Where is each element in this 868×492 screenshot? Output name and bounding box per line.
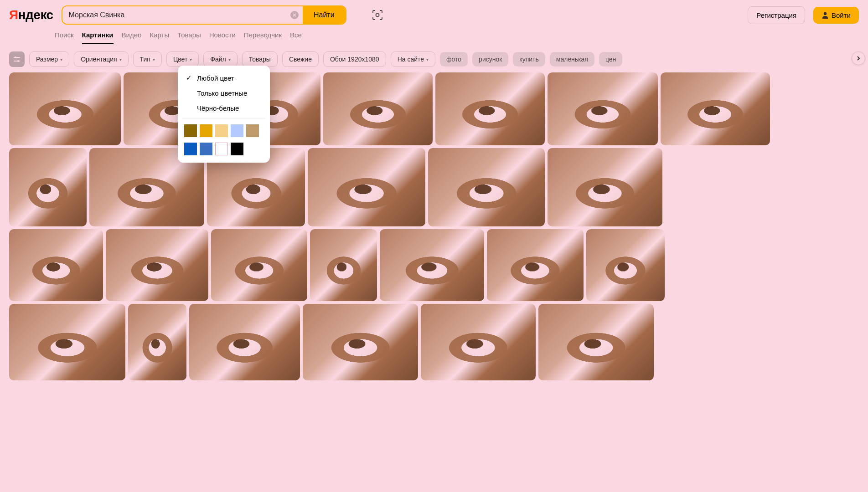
- filter-5[interactable]: Товары: [242, 51, 278, 67]
- chevron-down-icon: ▾: [426, 57, 429, 62]
- filter-2[interactable]: Тип▾: [133, 51, 162, 67]
- color-swatch[interactable]: [184, 124, 197, 137]
- color-swatch[interactable]: [215, 124, 228, 137]
- image-result[interactable]: [9, 229, 103, 301]
- tab-3[interactable]: Карты: [150, 31, 169, 44]
- image-result[interactable]: [548, 148, 662, 226]
- color-swatch[interactable]: [246, 124, 259, 137]
- divider: [182, 118, 265, 119]
- image-search-button[interactable]: [368, 6, 387, 24]
- chevron-down-icon: ▾: [228, 57, 231, 62]
- image-result[interactable]: [310, 229, 377, 301]
- filter-0[interactable]: Размер▾: [29, 51, 69, 67]
- image-result[interactable]: [661, 72, 770, 145]
- tab-7[interactable]: Все: [290, 31, 302, 44]
- chevron-down-icon: ▾: [119, 57, 122, 62]
- search-input[interactable]: [62, 6, 286, 24]
- logo-rest: ндекс: [18, 8, 53, 22]
- image-results-gallery: [0, 72, 868, 380]
- image-result[interactable]: [548, 72, 658, 145]
- image-result[interactable]: [421, 304, 536, 380]
- image-result[interactable]: [308, 148, 425, 226]
- svg-point-4: [15, 56, 16, 58]
- color-swatch[interactable]: [215, 143, 228, 155]
- color-filter-popup: ✓Любой цветТолько цветныеЧёрно-белые: [178, 66, 270, 163]
- tab-5[interactable]: Новости: [209, 31, 236, 44]
- color-swatch[interactable]: [200, 143, 212, 155]
- color-option-1[interactable]: Только цветные: [178, 86, 270, 101]
- chevron-down-icon: ▾: [153, 57, 155, 62]
- svg-point-2: [824, 12, 827, 15]
- color-option-0[interactable]: ✓Любой цвет: [178, 70, 270, 86]
- image-result[interactable]: [106, 229, 208, 301]
- color-option-label: Любой цвет: [197, 74, 234, 82]
- image-result[interactable]: [128, 304, 186, 380]
- color-option-label: Чёрно-белые: [197, 104, 239, 112]
- user-icon: [822, 11, 829, 19]
- swatch-row: [178, 122, 270, 140]
- suggestion-tag-3[interactable]: маленькая: [550, 52, 594, 67]
- suggestion-tag-0[interactable]: фото: [440, 52, 468, 67]
- clear-search-button[interactable]: [286, 6, 303, 24]
- filter-8[interactable]: На сайте▾: [391, 51, 435, 67]
- color-swatch[interactable]: [184, 143, 197, 155]
- color-option-label: Только цветные: [197, 89, 247, 97]
- svg-point-1: [376, 14, 379, 17]
- tab-4[interactable]: Товары: [177, 31, 201, 44]
- image-result[interactable]: [189, 304, 300, 380]
- color-option-2[interactable]: Чёрно-белые: [178, 101, 270, 116]
- suggestion-tag-4[interactable]: цен: [599, 52, 622, 67]
- swatch-row: [178, 140, 270, 158]
- filter-3[interactable]: Цвет▾: [166, 51, 199, 67]
- logo[interactable]: Яндекс: [9, 8, 53, 22]
- filter-7[interactable]: Обои 1920x1080: [323, 51, 386, 67]
- image-result[interactable]: [435, 72, 545, 145]
- tags-scroll-right-button[interactable]: [852, 51, 865, 65]
- filter-label: Размер: [36, 56, 58, 63]
- image-result[interactable]: [303, 304, 418, 380]
- filter-label: На сайте: [398, 56, 424, 63]
- filters-toggle-button[interactable]: [9, 51, 25, 67]
- filter-label: Тип: [140, 56, 150, 63]
- logo-letter: Я: [9, 8, 18, 22]
- filter-label: Ориентация: [81, 56, 117, 63]
- login-label: Войти: [832, 11, 851, 19]
- chevron-right-icon: [856, 56, 861, 61]
- suggestion-tag-2[interactable]: купить: [513, 52, 545, 67]
- color-swatch[interactable]: [231, 143, 243, 155]
- search-box: Найти: [62, 5, 346, 25]
- color-swatch[interactable]: [231, 124, 243, 137]
- image-result[interactable]: [380, 229, 484, 301]
- suggestion-tag-1[interactable]: рисунок: [472, 52, 508, 67]
- login-button[interactable]: Войти: [813, 7, 859, 24]
- filter-label: Обои 1920x1080: [330, 56, 379, 63]
- service-tabs: ПоискКартинкиВидеоКартыТоварыНовостиПере…: [0, 25, 868, 44]
- chevron-down-icon: ▾: [190, 57, 192, 62]
- image-result[interactable]: [586, 229, 665, 301]
- color-swatch[interactable]: [200, 124, 212, 137]
- tab-2[interactable]: Видео: [122, 31, 142, 44]
- clear-icon: [290, 11, 299, 19]
- filter-label: Файл: [210, 56, 226, 63]
- image-result[interactable]: [323, 72, 433, 145]
- search-button[interactable]: Найти: [303, 6, 346, 24]
- image-result[interactable]: [211, 229, 307, 301]
- image-result[interactable]: [428, 148, 545, 226]
- svg-point-6: [17, 60, 19, 62]
- register-button[interactable]: Регистрация: [748, 6, 805, 24]
- filters-row: Размер▾Ориентация▾Тип▾Цвет▾Файл▾ТоварыСв…: [0, 44, 868, 72]
- filter-6[interactable]: Свежие: [282, 51, 319, 67]
- image-result[interactable]: [9, 72, 121, 145]
- image-result[interactable]: [9, 304, 125, 380]
- tab-6[interactable]: Переводчик: [244, 31, 282, 44]
- image-result[interactable]: [538, 304, 654, 380]
- lens-icon: [372, 9, 383, 21]
- sliders-icon: [13, 55, 21, 63]
- tab-1[interactable]: Картинки: [82, 31, 114, 44]
- tab-0[interactable]: Поиск: [55, 31, 74, 44]
- filter-label: Товары: [249, 56, 271, 63]
- image-result[interactable]: [487, 229, 584, 301]
- filter-4[interactable]: Файл▾: [203, 51, 237, 67]
- image-result[interactable]: [9, 148, 87, 226]
- filter-1[interactable]: Ориентация▾: [74, 51, 128, 67]
